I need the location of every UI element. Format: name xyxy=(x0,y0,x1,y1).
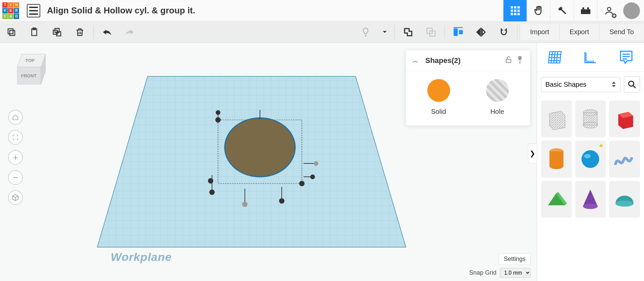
svg-rect-11 xyxy=(587,7,589,9)
snap-grid-select[interactable]: 1.0 mm xyxy=(500,268,531,278)
snap-grid-label: Snap Grid xyxy=(469,269,496,276)
svg-rect-9 xyxy=(581,9,590,14)
fit-view-button[interactable] xyxy=(8,130,23,145)
svg-point-76 xyxy=(584,154,591,158)
bulb-toggle-icon[interactable] xyxy=(517,56,523,65)
shape-box[interactable] xyxy=(609,100,640,137)
viewcube-front-label: FRONT xyxy=(21,73,37,78)
svg-rect-25 xyxy=(454,27,463,28)
svg-rect-15 xyxy=(8,29,13,34)
shapes-sidebar: Basic Shapes ★ xyxy=(537,43,644,281)
lego-export-button[interactable] xyxy=(574,0,597,21)
svg-point-47 xyxy=(242,202,248,207)
svg-rect-7 xyxy=(514,13,516,15)
undo-button[interactable] xyxy=(98,23,116,42)
svg-rect-3 xyxy=(511,9,513,12)
mirror-button[interactable] xyxy=(472,23,490,42)
shape-roof[interactable] xyxy=(541,181,572,218)
duplicate-button[interactable] xyxy=(48,23,66,42)
svg-point-46 xyxy=(209,190,215,195)
brick-icon xyxy=(580,6,591,15)
notes-tool-button[interactable] xyxy=(616,47,636,67)
note-icon xyxy=(619,49,634,65)
home-icon xyxy=(12,114,19,121)
shape-category-select[interactable]: Basic Shapes xyxy=(541,77,621,92)
import-button[interactable]: Import xyxy=(520,24,559,40)
send-to-button[interactable]: Send To xyxy=(599,24,644,40)
shape-scribble[interactable] xyxy=(609,141,640,178)
minecraft-export-button[interactable] xyxy=(550,0,574,21)
shape-inspector-panel: ︿ Shapes(2) Solid Hole xyxy=(406,50,530,126)
tinkercad-logo[interactable]: TIN KER CAD xyxy=(0,0,21,21)
group-button[interactable] xyxy=(399,23,418,42)
svg-point-64 xyxy=(629,81,634,86)
shape-half-sphere[interactable] xyxy=(609,181,640,218)
visibility-button[interactable] xyxy=(356,23,375,42)
ortho-toggle-button[interactable] xyxy=(8,190,23,205)
hole-option[interactable]: Hole xyxy=(486,79,509,116)
unlock-icon[interactable] xyxy=(505,56,512,65)
view-cube[interactable]: TOP FRONT xyxy=(12,51,51,89)
pickaxe-icon xyxy=(557,5,568,16)
canvas-area[interactable]: TOP FRONT + − xyxy=(0,43,644,281)
mirror-icon xyxy=(476,27,486,37)
caret-down-icon xyxy=(382,30,387,34)
hole-label: Hole xyxy=(490,108,504,116)
svg-point-36 xyxy=(208,178,213,184)
shape-cylinder[interactable] xyxy=(541,141,572,178)
align-button[interactable] xyxy=(449,23,468,42)
duplicate-icon xyxy=(52,27,62,37)
header-mode-buttons xyxy=(503,0,644,21)
solid-option[interactable]: Solid xyxy=(427,79,450,116)
ungroup-button[interactable] xyxy=(422,23,440,42)
redo-button[interactable] xyxy=(120,23,139,42)
shape-search-button[interactable] xyxy=(624,76,640,92)
svg-rect-8 xyxy=(517,13,520,15)
gestures-button[interactable] xyxy=(527,0,550,21)
shape-sphere[interactable]: ★ xyxy=(575,141,606,178)
account-button[interactable] xyxy=(597,0,621,21)
main-toolbar: Import Export Send To xyxy=(0,21,644,43)
workplane-tool-button[interactable] xyxy=(545,47,565,67)
delete-button[interactable] xyxy=(70,23,89,42)
svg-rect-52 xyxy=(519,62,521,62)
workplane-tool-icon xyxy=(546,50,563,65)
snap-button[interactable] xyxy=(494,23,513,42)
zoom-out-button[interactable]: − xyxy=(8,170,23,185)
copy-button[interactable] xyxy=(2,23,21,42)
shape-cylinder-hole[interactable] xyxy=(575,100,606,137)
export-button[interactable]: Export xyxy=(559,24,599,40)
svg-point-80 xyxy=(583,204,598,209)
app-header: TIN KER CAD Align Solid & Hollow cyl. & … xyxy=(0,0,644,21)
zoom-in-button[interactable]: + xyxy=(8,150,23,165)
paste-button[interactable] xyxy=(25,23,44,42)
paste-icon xyxy=(29,27,39,37)
svg-rect-24 xyxy=(459,30,463,34)
user-avatar[interactable] xyxy=(623,2,640,19)
sidebar-tool-tabs xyxy=(537,43,644,72)
fit-icon xyxy=(12,134,18,140)
project-title[interactable]: Align Solid & Hollow cyl. & group it. xyxy=(47,5,195,16)
solid-swatch-icon xyxy=(427,79,450,102)
sidebar-collapse-handle[interactable]: ❯ xyxy=(528,143,537,163)
visibility-dropdown[interactable] xyxy=(379,23,390,42)
grid-settings-button[interactable]: Settings xyxy=(499,253,531,265)
svg-rect-4 xyxy=(514,9,516,12)
workplane-label: Workplane xyxy=(111,251,172,264)
shape-box-hole[interactable] xyxy=(541,100,572,137)
home-view-button[interactable] xyxy=(8,110,23,125)
svg-point-50 xyxy=(314,161,318,166)
inspector-collapse-button[interactable]: ︿ xyxy=(413,57,419,65)
svg-point-35 xyxy=(299,181,305,186)
shape-cone[interactable] xyxy=(575,181,606,218)
workplane[interactable]: Workplane xyxy=(94,73,409,254)
my-designs-button[interactable] xyxy=(27,4,40,17)
snap-grid-control: Snap Grid 1.0 mm xyxy=(469,268,531,278)
svg-point-69 xyxy=(583,122,597,128)
svg-point-45 xyxy=(216,110,220,115)
blocks-mode-button[interactable] xyxy=(503,0,527,21)
ruler-tool-button[interactable] xyxy=(580,47,600,67)
svg-line-65 xyxy=(633,85,636,88)
svg-rect-0 xyxy=(511,6,513,8)
view-nav-buttons: + − xyxy=(8,110,23,205)
